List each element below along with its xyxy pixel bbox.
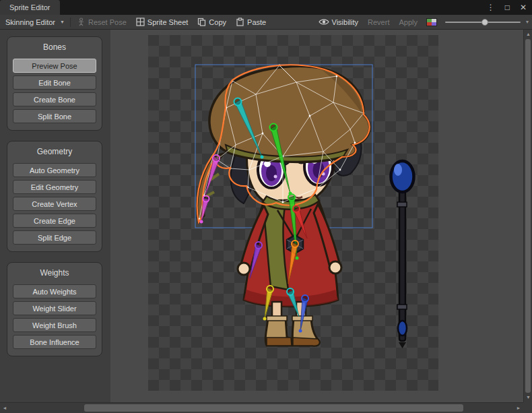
editor-mode-dropdown[interactable]: Skinning Editor ▼	[0, 15, 69, 30]
vertical-scrollbar-thumb[interactable]	[525, 39, 531, 393]
staff-sprite[interactable]	[391, 161, 414, 348]
editor-mode-label: Skinning Editor	[5, 18, 55, 26]
color-channel-button[interactable]	[426, 18, 437, 26]
panel-weights: Weights Auto Weights Weight Slider Weigh…	[7, 262, 102, 356]
channel-swatch-red	[427, 22, 432, 26]
copy-label: Copy	[209, 18, 226, 26]
copy-button[interactable]: Copy	[193, 15, 231, 30]
eye-icon	[319, 18, 329, 26]
revert-button[interactable]: Revert	[363, 15, 394, 30]
panel-bones: Bones Preview Pose Edit Bone Create Bone…	[7, 36, 102, 131]
edit-geometry-button[interactable]: Edit Geometry	[13, 180, 96, 194]
create-bone-button[interactable]: Create Bone	[13, 92, 96, 106]
scroll-left-icon[interactable]: ◄	[0, 403, 9, 413]
weight-slider-button[interactable]: Weight Slider	[13, 301, 96, 315]
paste-label: Paste	[247, 18, 266, 26]
horizontal-scrollbar[interactable]: ◄ ►	[0, 402, 523, 413]
zoom-slider-handle[interactable]	[481, 19, 488, 26]
split-edge-button[interactable]: Split Edge	[13, 230, 96, 245]
character-sprite[interactable]	[197, 66, 370, 346]
auto-geometry-button[interactable]: Auto Geometry	[13, 163, 96, 177]
tool-sidebar: Bones Preview Pose Edit Bone Create Bone…	[0, 30, 110, 402]
sprite-editor-window: Sprite Editor ⋮ □ ✕ Skinning Editor ▼ Re…	[0, 0, 532, 413]
scroll-up-icon[interactable]: ▲	[524, 30, 532, 39]
paste-icon	[236, 18, 244, 26]
panel-title-geometry: Geometry	[13, 145, 96, 160]
visibility-label: Visibility	[332, 18, 359, 26]
toolbar: Skinning Editor ▼ Reset Pose Sprite Shee…	[0, 15, 532, 30]
tab-title: Sprite Editor	[9, 3, 51, 11]
auto-weights-button[interactable]: Auto Weights	[13, 284, 96, 298]
apply-button[interactable]: Apply	[394, 15, 422, 30]
sprite-sheet-button[interactable]: Sprite Sheet	[131, 15, 193, 30]
toolbar-right-group: Visibility Revert Apply ▾	[314, 15, 532, 30]
zoom-slider[interactable]	[445, 15, 521, 30]
panel-title-weights: Weights	[13, 266, 96, 282]
sprite-sheet-icon	[136, 18, 145, 26]
revert-label: Revert	[368, 18, 389, 26]
preview-pose-button[interactable]: Preview Pose	[13, 59, 96, 73]
vertical-scrollbar[interactable]: ▲ ▼	[523, 30, 532, 402]
scroll-right-icon[interactable]: ►	[514, 403, 523, 413]
bone-influence-button[interactable]: Bone Influence	[13, 335, 96, 349]
panel-geometry: Geometry Auto Geometry Edit Geometry Cre…	[7, 141, 102, 252]
apply-label: Apply	[399, 18, 418, 26]
reset-pose-label: Reset Pose	[88, 18, 127, 26]
horizontal-scrollbar-thumb[interactable]	[84, 404, 463, 412]
reset-pose-button[interactable]: Reset Pose	[72, 15, 131, 30]
tab-sprite-editor[interactable]: Sprite Editor	[0, 0, 60, 15]
create-edge-button[interactable]: Create Edge	[13, 214, 96, 228]
panel-title-bones: Bones	[13, 40, 96, 56]
sprite-sheet-label: Sprite Sheet	[147, 18, 189, 26]
chevron-down-icon: ▼	[60, 20, 65, 24]
toolbar-separator	[70, 18, 71, 27]
title-bar: Sprite Editor ⋮ □ ✕	[0, 0, 532, 15]
create-vertex-button[interactable]: Create Vertex	[13, 197, 96, 211]
maximize-icon[interactable]: □	[505, 0, 510, 15]
edit-bone-button[interactable]: Edit Bone	[13, 75, 96, 90]
paste-button[interactable]: Paste	[231, 15, 271, 30]
scrollbar-corner	[523, 402, 532, 413]
visibility-button[interactable]: Visibility	[314, 15, 364, 30]
sprite-overlay	[110, 30, 523, 402]
copy-icon	[197, 18, 206, 26]
kebab-menu-icon[interactable]: ⋮	[487, 0, 495, 15]
channel-swatch-purple	[432, 22, 436, 26]
scroll-down-icon[interactable]: ▼	[524, 393, 532, 402]
skinning-canvas[interactable]	[110, 30, 523, 402]
overflow-menu-icon[interactable]: ▾	[525, 19, 532, 25]
split-bone-button[interactable]: Split Bone	[13, 109, 96, 123]
window-controls: ⋮ □ ✕	[487, 0, 527, 15]
close-icon[interactable]: ✕	[520, 0, 527, 15]
weight-brush-button[interactable]: Weight Brush	[13, 318, 96, 332]
reset-pose-icon	[77, 18, 86, 26]
